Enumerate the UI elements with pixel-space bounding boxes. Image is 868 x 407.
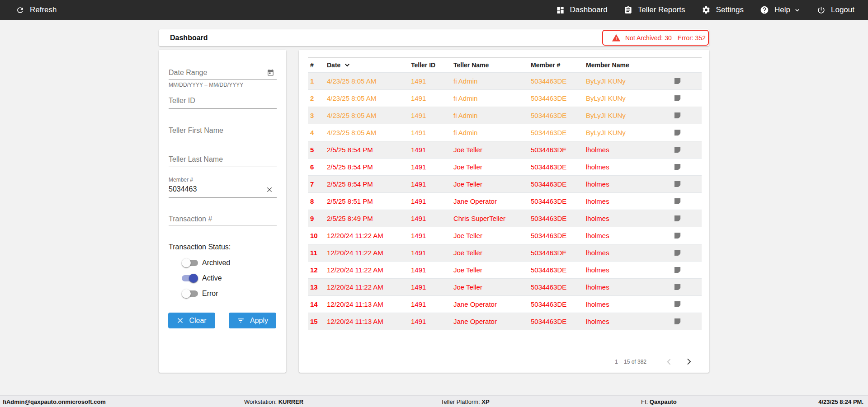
note-icon[interactable]: [674, 94, 681, 102]
cell-teller-id: 1491: [409, 107, 451, 124]
note-icon[interactable]: [674, 283, 681, 291]
cell-member-name: lholmes: [584, 159, 665, 176]
chevron-left-icon[interactable]: [665, 357, 674, 366]
active-toggle-label: Active: [202, 274, 222, 282]
cell-member-number: 5034463DE: [528, 296, 584, 313]
table-row[interactable]: 8 2/5/25 8:51 PM 1491 Jane Operator 5034…: [308, 193, 702, 210]
refresh-button[interactable]: Refresh: [16, 5, 57, 14]
note-icon[interactable]: [674, 197, 681, 205]
teller-first-name-input[interactable]: Teller First Name: [169, 126, 277, 135]
error-toggle[interactable]: [182, 289, 198, 298]
clear-button-label: Clear: [189, 317, 206, 325]
clear-button[interactable]: Clear: [168, 313, 215, 328]
topbar-nav: Dashboard Teller Reports Settings Help L…: [556, 5, 854, 14]
date-range-input[interactable]: Date Range: [169, 69, 277, 77]
cell-date: 4/23/25 8:05 AM: [325, 124, 409, 141]
col-header-member-number[interactable]: Member #: [528, 58, 584, 73]
table-row[interactable]: 1 4/23/25 8:05 AM 1491 fi Admin 5034463D…: [308, 73, 702, 90]
calendar-icon[interactable]: [267, 69, 274, 76]
teller-last-name-underline: [169, 167, 277, 167]
cell-member-number: 5034463DE: [528, 159, 584, 176]
nav-logout[interactable]: Logout: [817, 5, 854, 14]
chevron-right-icon[interactable]: [684, 357, 693, 366]
note-icon[interactable]: [674, 77, 681, 85]
note-icon[interactable]: [674, 215, 681, 222]
gear-icon: [702, 5, 711, 14]
col-header-member-name[interactable]: Member Name: [584, 58, 665, 73]
note-icon[interactable]: [674, 129, 681, 136]
cell-number: 8: [308, 193, 325, 210]
cell-number: 3: [308, 107, 325, 124]
alert-banner[interactable]: Not Archived: 30Error: 352: [602, 30, 709, 46]
table-row[interactable]: 12 12/20/24 11:22 AM 1491 Joe Teller 503…: [308, 262, 702, 279]
page-title: Dashboard: [170, 34, 208, 42]
note-icon[interactable]: [674, 163, 681, 171]
cell-actions: [665, 141, 702, 159]
cell-actions: [665, 262, 702, 279]
cell-actions: [665, 244, 702, 262]
teller-last-name-input[interactable]: Teller Last Name: [169, 155, 277, 164]
table-row[interactable]: 3 4/23/25 8:05 AM 1491 fi Admin 5034463D…: [308, 107, 702, 124]
note-icon[interactable]: [674, 146, 681, 154]
filter-panel: Date Range MM/DD/YYYY – MM/DD/YYYY Telle…: [159, 50, 286, 373]
topbar: Refresh Dashboard Teller Reports Setting…: [0, 0, 868, 20]
member-number-label: Member #: [169, 177, 277, 183]
table-row[interactable]: 2 4/23/25 8:05 AM 1491 fi Admin 5034463D…: [308, 90, 702, 107]
cell-teller-id: 1491: [409, 73, 451, 90]
cell-teller-name: Joe Teller: [451, 176, 528, 193]
nav-help[interactable]: Help: [760, 5, 801, 14]
active-toggle[interactable]: [182, 274, 198, 283]
table-row[interactable]: 14 12/20/24 11:13 AM 1491 Jane Operator …: [308, 296, 702, 313]
date-range-placeholder: Date Range: [169, 69, 277, 77]
nav-teller-reports[interactable]: Teller Reports: [624, 5, 685, 14]
cell-teller-id: 1491: [409, 313, 451, 330]
table-row[interactable]: 15 12/20/24 11:13 AM 1491 Jane Operator …: [308, 313, 702, 330]
cell-teller-name: fi Admin: [451, 90, 528, 107]
cell-member-number: 5034463DE: [528, 262, 584, 279]
cell-number: 10: [308, 227, 325, 244]
nav-dashboard[interactable]: Dashboard: [556, 5, 608, 14]
table-row[interactable]: 6 2/5/25 8:54 PM 1491 Joe Teller 5034463…: [308, 159, 702, 176]
table-row[interactable]: 5 2/5/25 8:54 PM 1491 Joe Teller 5034463…: [308, 141, 702, 159]
note-icon[interactable]: [674, 318, 681, 325]
col-header-date[interactable]: Date: [325, 58, 409, 73]
cell-teller-name: fi Admin: [451, 124, 528, 141]
member-number-input[interactable]: 5034463: [169, 185, 277, 193]
cell-member-number: 5034463DE: [528, 193, 584, 210]
note-icon[interactable]: [674, 249, 681, 257]
cell-actions: [665, 313, 702, 330]
archived-toggle[interactable]: [182, 258, 198, 267]
teller-id-input[interactable]: Teller ID: [169, 97, 277, 105]
clear-member-icon[interactable]: [266, 186, 273, 193]
note-icon[interactable]: [674, 266, 681, 274]
cell-date: 2/5/25 8:51 PM: [325, 193, 409, 210]
table-row[interactable]: 4 4/23/25 8:05 AM 1491 fi Admin 5034463D…: [308, 124, 702, 141]
transaction-status-label: Transaction Status:: [169, 243, 231, 251]
table-row[interactable]: 10 12/20/24 11:22 AM 1491 Joe Teller 503…: [308, 227, 702, 244]
clear-x-icon: [177, 317, 184, 324]
cell-teller-id: 1491: [409, 141, 451, 159]
transaction-number-input[interactable]: Transaction #: [169, 215, 277, 223]
table-row[interactable]: 9 2/5/25 8:49 PM 1491 Chris SuperTeller …: [308, 210, 702, 227]
col-header-teller-name[interactable]: Teller Name: [451, 58, 528, 73]
teller-last-name-placeholder: Teller Last Name: [169, 155, 277, 164]
member-number-value: 5034463: [169, 185, 277, 193]
cell-actions: [665, 107, 702, 124]
table-row[interactable]: 11 12/20/24 11:22 AM 1491 Joe Teller 503…: [308, 244, 702, 262]
cell-teller-name: Chris SuperTeller: [451, 210, 528, 227]
nav-settings[interactable]: Settings: [702, 5, 744, 14]
col-header-teller-id[interactable]: Teller ID: [409, 58, 451, 73]
note-icon[interactable]: [674, 232, 681, 239]
cell-member-number: 5034463DE: [528, 176, 584, 193]
note-icon[interactable]: [674, 112, 681, 119]
note-icon[interactable]: [674, 180, 681, 188]
cell-member-number: 5034463DE: [528, 313, 584, 330]
cell-teller-id: 1491: [409, 90, 451, 107]
cell-teller-name: Joe Teller: [451, 227, 528, 244]
apply-button[interactable]: Apply: [229, 313, 276, 328]
cell-member-name: lholmes: [584, 227, 665, 244]
note-icon[interactable]: [674, 300, 681, 308]
col-header-number: #: [308, 58, 325, 73]
table-row[interactable]: 13 12/20/24 11:22 AM 1491 Joe Teller 503…: [308, 279, 702, 296]
table-row[interactable]: 7 2/5/25 8:54 PM 1491 Joe Teller 5034463…: [308, 176, 702, 193]
